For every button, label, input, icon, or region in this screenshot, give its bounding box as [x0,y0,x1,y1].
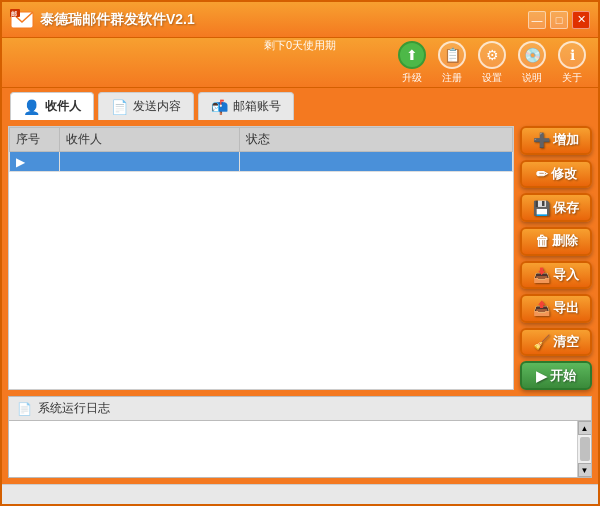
clear-button[interactable]: 🧹 清空 [520,328,592,357]
clear-label: 清空 [553,333,579,351]
edit-icon: ✏ [536,166,548,182]
toolbar-help[interactable]: 💿 说明 [518,41,546,85]
import-icon: 📥 [533,267,550,283]
log-body: ▲ ▼ [8,420,592,478]
add-button[interactable]: ➕ 增加 [520,126,592,155]
delete-icon: 🗑 [535,233,549,249]
log-area: 📄 系统运行日志 ▲ ▼ [2,396,598,484]
svg-text:邮: 邮 [11,10,17,17]
import-button[interactable]: 📥 导入 [520,261,592,290]
tab-recipients[interactable]: 👤 收件人 [10,92,94,120]
edit-label: 修改 [551,165,577,183]
export-label: 导出 [553,299,579,317]
upgrade-icon: ⬆ [398,41,426,69]
maximize-button[interactable]: □ [550,11,568,29]
about-icon: ℹ [558,41,586,69]
toolbar-settings[interactable]: ⚙ 设置 [478,41,506,85]
upgrade-label: 升级 [402,71,422,85]
right-panel: ➕ 增加 ✏ 修改 💾 保存 🗑 删除 📥 导入 📤 导出 [520,126,592,390]
table-area: 序号 收件人 状态 ▶ [8,126,514,390]
tab-content[interactable]: 📄 发送内容 [98,92,194,120]
data-table: 序号 收件人 状态 ▶ [9,127,513,172]
accounts-tab-icon: 📬 [211,99,228,115]
app-title: 泰德瑞邮件群发软件V2.1 [40,11,528,29]
help-icon: 💿 [518,41,546,69]
app-logo: 邮 [10,8,34,32]
settings-label: 设置 [482,71,502,85]
minimize-button[interactable]: — [528,11,546,29]
scroll-down-arrow[interactable]: ▼ [578,463,592,477]
delete-button[interactable]: 🗑 删除 [520,227,592,256]
settings-icon: ⚙ [478,41,506,69]
window-controls: — □ ✕ [528,11,590,29]
help-label: 说明 [522,71,542,85]
log-scrollbar[interactable]: ▲ ▼ [577,421,591,477]
tab-recipients-label: 收件人 [45,98,81,115]
clear-icon: 🧹 [533,334,550,350]
table-row[interactable]: ▶ [10,152,513,172]
status-bar [2,484,598,504]
export-icon: 📤 [533,300,550,316]
toolbar: 剩下0天使用期 ⬆ 升级 📋 注册 ⚙ 设置 💿 说明 ℹ 关于 [2,38,598,88]
title-bar: 邮 泰德瑞邮件群发软件V2.1 — □ ✕ [2,2,598,38]
close-button[interactable]: ✕ [572,11,590,29]
edit-button[interactable]: ✏ 修改 [520,160,592,189]
col-status: 状态 [240,128,513,152]
main-content: 序号 收件人 状态 ▶ ➕ 增加 [2,120,598,396]
register-icon: 📋 [438,41,466,69]
toolbar-register[interactable]: 📋 注册 [438,41,466,85]
cell-status [240,152,513,172]
tab-accounts-label: 邮箱账号 [233,98,281,115]
tab-accounts[interactable]: 📬 邮箱账号 [198,92,294,120]
save-label: 保存 [553,199,579,217]
import-label: 导入 [553,266,579,284]
content-tab-icon: 📄 [111,99,128,115]
toolbar-about[interactable]: ℹ 关于 [558,41,586,85]
col-number: 序号 [10,128,60,152]
scroll-up-arrow[interactable]: ▲ [578,421,592,435]
main-window: 邮 泰德瑞邮件群发软件V2.1 — □ ✕ 剩下0天使用期 ⬆ 升级 📋 注册 … [0,0,600,506]
log-header-label: 系统运行日志 [38,400,110,417]
tab-bar: 👤 收件人 📄 发送内容 📬 邮箱账号 [2,88,598,120]
toolbar-icons: ⬆ 升级 📋 注册 ⚙ 设置 💿 说明 ℹ 关于 [398,41,586,85]
tab-content-label: 发送内容 [133,98,181,115]
scroll-thumb[interactable] [580,437,590,461]
toolbar-upgrade[interactable]: ⬆ 升级 [398,41,426,85]
about-label: 关于 [562,71,582,85]
col-recipient: 收件人 [60,128,240,152]
save-icon: 💾 [533,200,550,216]
start-label: 开始 [550,367,576,385]
log-header: 📄 系统运行日志 [8,396,592,420]
log-header-icon: 📄 [17,402,32,416]
cell-recipient [60,152,240,172]
add-label: 增加 [553,131,579,149]
register-label: 注册 [442,71,462,85]
export-button[interactable]: 📤 导出 [520,294,592,323]
start-icon: ▶ [536,368,547,384]
start-button[interactable]: ▶ 开始 [520,361,592,390]
delete-label: 删除 [552,232,578,250]
save-button[interactable]: 💾 保存 [520,193,592,222]
add-icon: ➕ [533,132,550,148]
trial-text: 剩下0天使用期 [264,38,336,53]
cell-arrow: ▶ [10,152,60,172]
recipients-tab-icon: 👤 [23,99,40,115]
